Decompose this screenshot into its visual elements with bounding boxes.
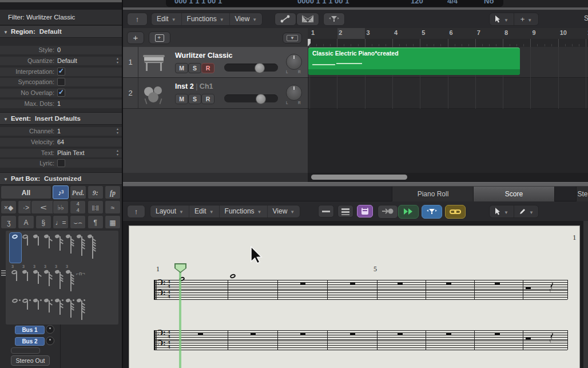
track-header-1[interactable]: 1Wurlitzer ClassicMSRLR	[123, 47, 308, 78]
note-value-button[interactable]	[65, 233, 76, 263]
row-value[interactable]: Default	[57, 57, 77, 64]
part-box-ornaments-button[interactable]: ≈	[105, 200, 121, 214]
ruler-bar-number[interactable]: 10	[560, 29, 567, 36]
quarter-rest[interactable]	[550, 280, 555, 296]
bus-send-button[interactable]: Bus 1	[15, 326, 45, 334]
part-box-text-object-button[interactable]: A	[18, 215, 34, 229]
volume-slider[interactable]	[224, 94, 278, 102]
whole-rest[interactable]	[526, 338, 531, 340]
note-value-button[interactable]: 3	[54, 265, 65, 295]
section-value[interactable]: Default	[39, 28, 62, 35]
disclosure-triangle-icon[interactable]: ▼	[3, 177, 8, 182]
add-track-button[interactable]: +	[127, 31, 144, 44]
section-header-partbox[interactable]: ▼Part Box:Customized	[0, 172, 122, 185]
snap-menu-partial[interactable]: S	[584, 14, 588, 22]
score-scrollbar-track[interactable]	[583, 221, 588, 368]
quarter-rest[interactable]	[550, 331, 555, 347]
track-name[interactable]: Inst 2 | Ch1	[175, 82, 213, 90]
record-enable-button[interactable]: R	[201, 63, 214, 73]
send-knob[interactable]	[46, 325, 54, 334]
part-box-segno-button[interactable]: §	[35, 215, 51, 229]
pointer-tool-button[interactable]: ▼	[490, 205, 514, 217]
note-value-button[interactable]	[33, 233, 43, 263]
note-value-button[interactable]	[22, 297, 32, 327]
tab-score[interactable]: Score	[473, 187, 555, 201]
ruler-bar-number[interactable]: 8	[504, 29, 508, 36]
midi-in-button[interactable]	[378, 205, 398, 219]
pencil-tool-button[interactable]: ▼	[514, 205, 538, 217]
menu-edit[interactable]: Edit▼	[152, 13, 182, 25]
whole-note[interactable]	[229, 274, 236, 279]
bar-ruler-ticks[interactable]	[308, 39, 588, 47]
menu-functions[interactable]: Functions▼	[220, 205, 268, 217]
stepper-icon[interactable]: ▴▾	[117, 127, 118, 135]
section-value[interactable]: Insert Defaults	[35, 115, 81, 122]
drag-grip-icon[interactable]	[1, 270, 6, 277]
checkbox-checked[interactable]: ✓	[57, 89, 65, 97]
new-track-with-settings-button[interactable]: +	[149, 31, 170, 44]
track-name[interactable]: Wurlitzer Classic	[175, 52, 233, 60]
note-value-button[interactable]	[22, 233, 32, 263]
whole-rest[interactable]	[446, 283, 451, 285]
score-playhead[interactable]	[179, 271, 181, 368]
row-value[interactable]: 1	[57, 100, 61, 107]
part-box-all-button[interactable]: All	[1, 185, 51, 199]
note-value-button[interactable]: ⌐n¬	[76, 265, 86, 295]
view-mode-page-button[interactable]	[357, 205, 373, 217]
filter-events-button[interactable]	[323, 13, 345, 26]
menu-functions[interactable]: Functions▼	[182, 13, 230, 25]
part-box-time-signature-button[interactable]: 44	[70, 200, 86, 214]
whole-rest[interactable]	[350, 283, 355, 285]
horizontal-scrollbar[interactable]	[308, 173, 588, 182]
note-value-button[interactable]	[11, 297, 21, 327]
output-button[interactable]: Stereo Out	[11, 355, 50, 366]
whole-rest[interactable]	[251, 333, 256, 335]
scrollbar-handle[interactable]	[311, 175, 407, 180]
ruler-bar-number[interactable]: 1	[311, 29, 315, 36]
note-value-button[interactable]: 3	[65, 265, 76, 295]
section-value[interactable]: Customized	[44, 175, 81, 182]
crossfade-button[interactable]	[296, 13, 319, 26]
bus-send-button[interactable]: Bus 2	[15, 337, 45, 346]
solo-button[interactable]: S	[188, 94, 201, 104]
part-box-repeat-signs-button[interactable]: ||:||	[88, 200, 104, 214]
catch-playhead-button[interactable]	[398, 205, 419, 219]
back-arrow-button[interactable]: ↑	[127, 13, 148, 26]
note-value-button[interactable]	[54, 297, 65, 327]
back-arrow-button[interactable]: ↑	[127, 205, 145, 218]
section-header-region[interactable]: ▼Region:Default	[0, 25, 122, 38]
note-value-button[interactable]	[87, 233, 97, 263]
volume-slider[interactable]	[224, 64, 278, 72]
ruler-bar-number[interactable]: 9	[532, 29, 535, 36]
note-value-button[interactable]	[76, 233, 86, 263]
part-box-bass-clef-button[interactable]: 9:	[88, 185, 104, 199]
mute-button[interactable]: M	[175, 63, 188, 73]
part-box-noteheads-button[interactable]: ×◆	[1, 200, 17, 214]
whole-rest[interactable]	[495, 333, 500, 335]
ruler-bar-number[interactable]: 2	[339, 29, 342, 36]
menu-edit[interactable]: Edit▼	[189, 205, 220, 217]
crosshair-tool-button[interactable]: +▼	[514, 13, 538, 25]
menu-view[interactable]: View▼	[230, 13, 263, 25]
view-mode-wrapped-button[interactable]	[337, 205, 353, 217]
ruler-bar-number[interactable]: 7	[477, 29, 480, 36]
whole-rest[interactable]	[446, 333, 451, 335]
checkbox-unchecked[interactable]	[57, 78, 65, 86]
row-value[interactable]: 1	[57, 128, 61, 134]
part-box-pedal-mark-button[interactable]: ¶	[88, 215, 104, 229]
stepper-icon[interactable]: ▴▾	[117, 149, 118, 157]
whole-rest[interactable]	[398, 283, 403, 285]
part-box-tempo-button[interactable]: ♩=	[53, 215, 69, 229]
whole-rest[interactable]	[198, 333, 203, 335]
stepper-icon[interactable]: ▴▾	[117, 57, 118, 65]
part-box-tuplet-note-button[interactable]: ♪³	[53, 185, 69, 199]
solo-button[interactable]: S	[188, 63, 201, 73]
midi-region[interactable]: Classic Electric Piano*created	[308, 48, 520, 75]
part-box-pedal-button[interactable]: Ped.	[70, 185, 86, 199]
whole-rest[interactable]	[495, 283, 500, 285]
view-mode-linear-button[interactable]	[318, 205, 334, 217]
note-value-button[interactable]: 3	[33, 265, 43, 295]
row-value[interactable]: 64	[57, 139, 64, 145]
note-value-button[interactable]: 3	[22, 265, 32, 295]
record-enable-button[interactable]: R	[201, 94, 214, 104]
